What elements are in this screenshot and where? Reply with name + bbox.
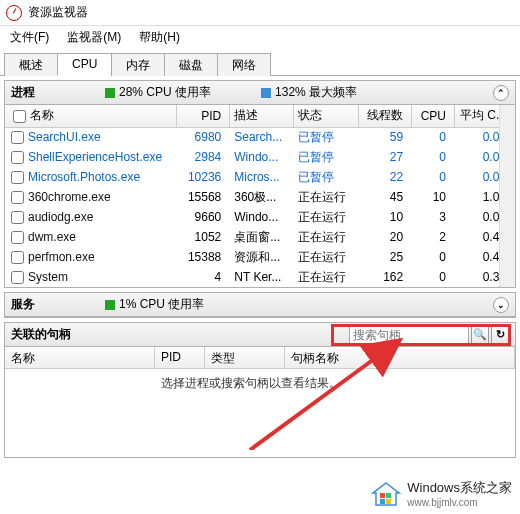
row-checkbox[interactable]: [11, 251, 24, 264]
table-row[interactable]: Microsoft.Photos.exe10236Micros...已暂停220…: [5, 167, 515, 187]
table-row[interactable]: SearchUI.exe6980Search...已暂停5900.00: [5, 127, 515, 147]
col-desc[interactable]: 描述: [230, 105, 294, 127]
table-row[interactable]: System4NT Ker...正在运行16200.36: [5, 267, 515, 287]
table-row[interactable]: ShellExperienceHost.exe2984Windo...已暂停27…: [5, 147, 515, 167]
tab-cpu[interactable]: CPU: [57, 53, 112, 76]
col-cpu[interactable]: CPU: [412, 105, 455, 127]
watermark: Windows系统之家 www.bjjmlv.com: [371, 479, 512, 508]
handles-header[interactable]: 关联的句柄 🔍 ↻: [5, 323, 515, 347]
refresh-icon[interactable]: ↻: [491, 326, 509, 344]
app-icon: [6, 5, 22, 21]
cpu-usage-text: 28% CPU 使用率: [119, 84, 211, 101]
max-freq-text: 132% 最大频率: [275, 84, 357, 101]
menu-help[interactable]: 帮助(H): [133, 27, 186, 48]
services-panel: 服务 1% CPU 使用率 ⌄: [4, 292, 516, 318]
row-checkbox[interactable]: [11, 211, 24, 224]
windows-logo-icon: [371, 481, 401, 507]
search-icon[interactable]: 🔍: [471, 326, 489, 344]
titlebar: 资源监视器: [0, 0, 520, 26]
tab-network[interactable]: 网络: [217, 53, 271, 76]
hcol-handle-name[interactable]: 句柄名称: [285, 347, 515, 368]
tabs: 概述 CPU 内存 磁盘 网络: [0, 48, 520, 76]
services-cpu-text: 1% CPU 使用率: [119, 296, 204, 313]
max-freq-icon: [261, 88, 271, 98]
col-status[interactable]: 状态: [294, 105, 358, 127]
row-checkbox[interactable]: [11, 131, 24, 144]
hcol-name[interactable]: 名称: [5, 347, 155, 368]
handles-hint: 选择进程或搜索句柄以查看结果。: [155, 369, 515, 398]
scrollbar[interactable]: [499, 105, 515, 287]
col-threads[interactable]: 线程数: [358, 105, 412, 127]
watermark-url: www.bjjmlv.com: [407, 497, 512, 508]
row-checkbox[interactable]: [11, 231, 24, 244]
services-title: 服务: [11, 296, 35, 313]
table-row[interactable]: audiodg.exe9660Windo...正在运行1030.00: [5, 207, 515, 227]
tab-overview[interactable]: 概述: [4, 53, 58, 76]
svg-rect-3: [386, 493, 391, 498]
svg-rect-2: [380, 493, 385, 498]
hcol-type[interactable]: 类型: [205, 347, 285, 368]
collapse-icon[interactable]: ⌄: [493, 297, 509, 313]
col-pid[interactable]: PID: [176, 105, 230, 127]
services-header[interactable]: 服务 1% CPU 使用率 ⌄: [5, 293, 515, 317]
processes-header[interactable]: 进程 28% CPU 使用率 132% 最大频率 ⌃: [5, 81, 515, 105]
handles-title: 关联的句柄: [11, 326, 71, 343]
tab-disk[interactable]: 磁盘: [164, 53, 218, 76]
menu-monitor[interactable]: 监视器(M): [61, 27, 127, 48]
select-all-checkbox[interactable]: [13, 110, 26, 123]
process-table: 名称 PID 描述 状态 线程数 CPU 平均 C... SearchUI.ex…: [5, 105, 515, 287]
handles-panel: 关联的句柄 🔍 ↻ 名称 PID 类型 句柄名称 选择进程或搜索句柄以查看结果。: [4, 322, 516, 458]
menu-file[interactable]: 文件(F): [4, 27, 55, 48]
svg-rect-4: [380, 499, 385, 504]
search-input[interactable]: [349, 326, 469, 344]
row-checkbox[interactable]: [11, 151, 24, 164]
hcol-pid[interactable]: PID: [155, 347, 205, 368]
watermark-text: Windows系统之家: [407, 479, 512, 497]
services-cpu-icon: [105, 300, 115, 310]
table-row[interactable]: perfmon.exe15388资源和...正在运行2500.42: [5, 247, 515, 267]
processes-title: 进程: [11, 84, 35, 101]
col-name[interactable]: 名称: [5, 105, 176, 127]
svg-rect-5: [386, 499, 391, 504]
table-row[interactable]: 360chrome.exe15568360极...正在运行45101.00: [5, 187, 515, 207]
row-checkbox[interactable]: [11, 271, 24, 284]
cpu-usage-icon: [105, 88, 115, 98]
row-checkbox[interactable]: [11, 191, 24, 204]
tab-memory[interactable]: 内存: [111, 53, 165, 76]
row-checkbox[interactable]: [11, 171, 24, 184]
processes-panel: 进程 28% CPU 使用率 132% 最大频率 ⌃ 名称 PID 描述: [4, 80, 516, 288]
table-row[interactable]: dwm.exe1052桌面窗...正在运行2020.44: [5, 227, 515, 247]
window-title: 资源监视器: [28, 4, 88, 21]
menubar: 文件(F) 监视器(M) 帮助(H): [0, 26, 520, 48]
collapse-icon[interactable]: ⌃: [493, 85, 509, 101]
